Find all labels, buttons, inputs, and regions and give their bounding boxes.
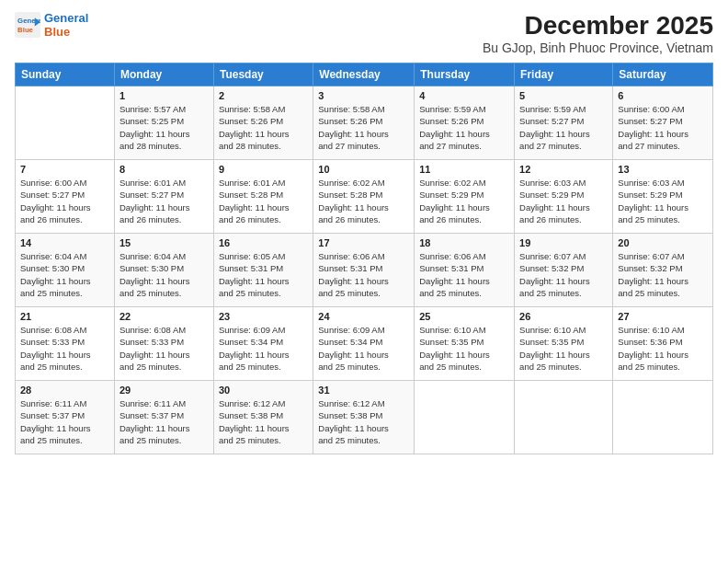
day-info: Sunrise: 6:05 AM Sunset: 5:31 PM Dayligh…: [219, 250, 308, 299]
calendar-week-2: 7Sunrise: 6:00 AM Sunset: 5:27 PM Daylig…: [16, 160, 713, 234]
main-title: December 2025: [483, 11, 713, 40]
day-number: 10: [318, 164, 409, 175]
calendar-cell: 20Sunrise: 6:07 AM Sunset: 5:32 PM Dayli…: [613, 234, 713, 307]
day-info: Sunrise: 6:11 AM Sunset: 5:37 PM Dayligh…: [119, 397, 209, 446]
calendar-cell: 26Sunrise: 6:10 AM Sunset: 5:35 PM Dayli…: [515, 307, 613, 381]
day-info: Sunrise: 6:01 AM Sunset: 5:27 PM Dayligh…: [119, 177, 209, 225]
day-info: Sunrise: 6:04 AM Sunset: 5:30 PM Dayligh…: [119, 250, 209, 299]
day-info: Sunrise: 6:00 AM Sunset: 5:27 PM Dayligh…: [618, 103, 708, 152]
calendar-header-thursday: Thursday: [415, 63, 515, 86]
day-number: 17: [318, 237, 409, 248]
day-number: 14: [20, 237, 109, 248]
calendar-cell: 24Sunrise: 6:09 AM Sunset: 5:34 PM Dayli…: [313, 307, 415, 381]
day-number: 24: [318, 311, 409, 322]
calendar-cell: 12Sunrise: 6:03 AM Sunset: 5:29 PM Dayli…: [515, 160, 613, 234]
day-number: 12: [519, 164, 608, 175]
calendar-cell: 10Sunrise: 6:02 AM Sunset: 5:28 PM Dayli…: [313, 160, 415, 234]
day-number: 4: [419, 90, 509, 101]
day-info: Sunrise: 6:10 AM Sunset: 5:35 PM Dayligh…: [519, 324, 608, 373]
day-info: Sunrise: 6:12 AM Sunset: 5:38 PM Dayligh…: [219, 397, 308, 446]
calendar-cell: 31Sunrise: 6:12 AM Sunset: 5:38 PM Dayli…: [313, 381, 415, 454]
day-number: 9: [219, 164, 308, 175]
calendar-cell: 15Sunrise: 6:04 AM Sunset: 5:30 PM Dayli…: [114, 234, 213, 307]
day-info: Sunrise: 6:11 AM Sunset: 5:37 PM Dayligh…: [20, 397, 109, 446]
calendar-header-sunday: Sunday: [16, 63, 115, 86]
day-number: 15: [119, 237, 209, 248]
calendar-week-4: 21Sunrise: 6:08 AM Sunset: 5:33 PM Dayli…: [16, 307, 713, 381]
calendar-cell: 5Sunrise: 5:59 AM Sunset: 5:27 PM Daylig…: [515, 86, 613, 160]
day-info: Sunrise: 6:01 AM Sunset: 5:28 PM Dayligh…: [219, 177, 308, 225]
calendar-cell: 1Sunrise: 5:57 AM Sunset: 5:25 PM Daylig…: [114, 86, 213, 160]
header: General Blue General Blue December 2025 …: [15, 11, 713, 55]
logo: General Blue General Blue: [15, 11, 88, 39]
day-number: 7: [20, 164, 109, 175]
calendar-cell: 11Sunrise: 6:02 AM Sunset: 5:29 PM Dayli…: [415, 160, 515, 234]
day-info: Sunrise: 5:58 AM Sunset: 5:26 PM Dayligh…: [318, 103, 409, 152]
title-block: December 2025 Bu GJop, Binh Phuoc Provin…: [483, 11, 713, 55]
calendar-cell: 16Sunrise: 6:05 AM Sunset: 5:31 PM Dayli…: [213, 234, 313, 307]
calendar-cell: [415, 381, 515, 454]
calendar-cell: 8Sunrise: 6:01 AM Sunset: 5:27 PM Daylig…: [114, 160, 213, 234]
calendar-cell: 13Sunrise: 6:03 AM Sunset: 5:29 PM Dayli…: [613, 160, 713, 234]
logo-icon: General Blue: [15, 12, 40, 38]
day-info: Sunrise: 6:03 AM Sunset: 5:29 PM Dayligh…: [519, 177, 608, 225]
calendar-cell: 7Sunrise: 6:00 AM Sunset: 5:27 PM Daylig…: [16, 160, 115, 234]
day-info: Sunrise: 6:08 AM Sunset: 5:33 PM Dayligh…: [119, 324, 209, 373]
calendar-header-row: SundayMondayTuesdayWednesdayThursdayFrid…: [16, 63, 713, 86]
calendar-cell: 28Sunrise: 6:11 AM Sunset: 5:37 PM Dayli…: [16, 381, 115, 454]
calendar-cell: 19Sunrise: 6:07 AM Sunset: 5:32 PM Dayli…: [515, 234, 613, 307]
day-number: 31: [318, 385, 409, 396]
day-info: Sunrise: 6:06 AM Sunset: 5:31 PM Dayligh…: [419, 250, 509, 299]
day-number: 13: [618, 164, 708, 175]
day-info: Sunrise: 6:09 AM Sunset: 5:34 PM Dayligh…: [318, 324, 409, 373]
calendar: SundayMondayTuesdayWednesdayThursdayFrid…: [15, 63, 713, 454]
day-number: 6: [618, 90, 708, 101]
day-info: Sunrise: 5:57 AM Sunset: 5:25 PM Dayligh…: [119, 103, 209, 152]
day-info: Sunrise: 5:59 AM Sunset: 5:26 PM Dayligh…: [419, 103, 509, 152]
day-number: 21: [20, 311, 109, 322]
day-number: 11: [419, 164, 509, 175]
calendar-week-5: 28Sunrise: 6:11 AM Sunset: 5:37 PM Dayli…: [16, 381, 713, 454]
day-number: 25: [419, 311, 509, 322]
calendar-cell: 22Sunrise: 6:08 AM Sunset: 5:33 PM Dayli…: [114, 307, 213, 381]
day-number: 27: [618, 311, 708, 322]
calendar-cell: 4Sunrise: 5:59 AM Sunset: 5:26 PM Daylig…: [415, 86, 515, 160]
day-info: Sunrise: 6:03 AM Sunset: 5:29 PM Dayligh…: [618, 177, 708, 225]
day-info: Sunrise: 6:04 AM Sunset: 5:30 PM Dayligh…: [20, 250, 109, 299]
day-number: 19: [519, 237, 608, 248]
day-number: 1: [119, 90, 209, 101]
day-info: Sunrise: 6:02 AM Sunset: 5:28 PM Dayligh…: [318, 177, 409, 225]
day-info: Sunrise: 6:09 AM Sunset: 5:34 PM Dayligh…: [219, 324, 308, 373]
day-number: 29: [119, 385, 209, 396]
day-info: Sunrise: 6:00 AM Sunset: 5:27 PM Dayligh…: [20, 177, 109, 225]
logo-text: General Blue: [44, 11, 88, 39]
day-info: Sunrise: 6:08 AM Sunset: 5:33 PM Dayligh…: [20, 324, 109, 373]
calendar-cell: 29Sunrise: 6:11 AM Sunset: 5:37 PM Dayli…: [114, 381, 213, 454]
day-number: 16: [219, 237, 308, 248]
calendar-header-monday: Monday: [114, 63, 213, 86]
calendar-cell: 25Sunrise: 6:10 AM Sunset: 5:35 PM Dayli…: [415, 307, 515, 381]
day-info: Sunrise: 6:12 AM Sunset: 5:38 PM Dayligh…: [318, 397, 409, 446]
calendar-cell: [613, 381, 713, 454]
day-number: 3: [318, 90, 409, 101]
day-info: Sunrise: 6:10 AM Sunset: 5:36 PM Dayligh…: [618, 324, 708, 373]
calendar-cell: 18Sunrise: 6:06 AM Sunset: 5:31 PM Dayli…: [415, 234, 515, 307]
calendar-cell: 17Sunrise: 6:06 AM Sunset: 5:31 PM Dayli…: [313, 234, 415, 307]
calendar-cell: 9Sunrise: 6:01 AM Sunset: 5:28 PM Daylig…: [213, 160, 313, 234]
calendar-header-wednesday: Wednesday: [313, 63, 415, 86]
day-number: 28: [20, 385, 109, 396]
subtitle: Bu GJop, Binh Phuoc Province, Vietnam: [483, 40, 713, 55]
day-info: Sunrise: 6:02 AM Sunset: 5:29 PM Dayligh…: [419, 177, 509, 225]
day-info: Sunrise: 5:58 AM Sunset: 5:26 PM Dayligh…: [219, 103, 308, 152]
calendar-cell: 3Sunrise: 5:58 AM Sunset: 5:26 PM Daylig…: [313, 86, 415, 160]
calendar-header-saturday: Saturday: [613, 63, 713, 86]
day-number: 26: [519, 311, 608, 322]
day-number: 23: [219, 311, 308, 322]
calendar-cell: 23Sunrise: 6:09 AM Sunset: 5:34 PM Dayli…: [213, 307, 313, 381]
day-info: Sunrise: 6:06 AM Sunset: 5:31 PM Dayligh…: [318, 250, 409, 299]
calendar-header-tuesday: Tuesday: [213, 63, 313, 86]
day-info: Sunrise: 6:07 AM Sunset: 5:32 PM Dayligh…: [618, 250, 708, 299]
day-number: 8: [119, 164, 209, 175]
calendar-week-3: 14Sunrise: 6:04 AM Sunset: 5:30 PM Dayli…: [16, 234, 713, 307]
day-number: 18: [419, 237, 509, 248]
